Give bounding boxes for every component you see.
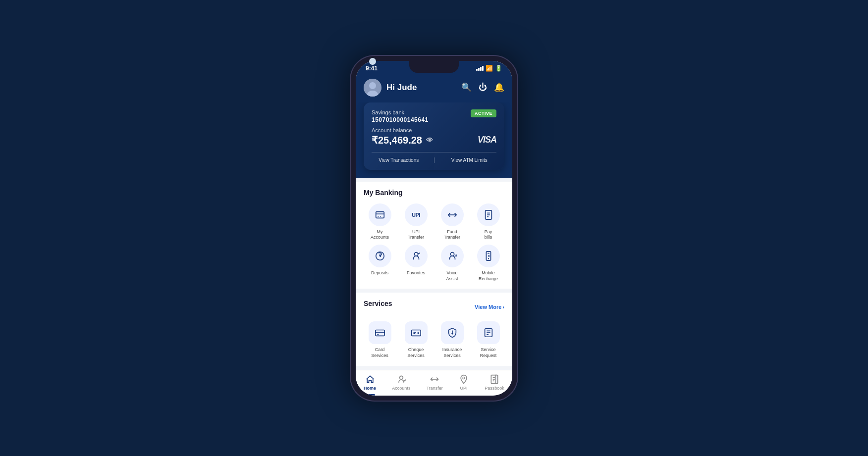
favorites-label: Favorites (407, 270, 425, 276)
chevron-right-icon: › (502, 304, 504, 310)
nav-home-label: Home (364, 386, 376, 391)
deposits-icon-wrap (369, 245, 391, 267)
banking-item-mobile[interactable]: MobileRecharge (472, 245, 504, 282)
card-services-label: CardServices (371, 347, 388, 358)
card-top: Savings bank 1507010000145641 ACTIVE (372, 109, 496, 123)
voice-icon-wrap (441, 245, 464, 267)
insurance-services-label: InsuranceServices (442, 347, 462, 358)
services-section: Services View More › (356, 293, 512, 365)
nav-upi-label: UPI (460, 386, 468, 391)
insurance-icon-wrap (441, 321, 464, 344)
upi-icon-wrap: UPI (405, 203, 428, 226)
nav-transfer-label: Transfer (427, 386, 443, 391)
card-actions: View Transactions View ATM Limits (372, 152, 496, 163)
bell-icon[interactable]: 🔔 (494, 82, 504, 93)
service-item-card[interactable]: CardServices (364, 321, 396, 358)
service-item-request[interactable]: ServiceRequest (472, 321, 504, 358)
banking-section: My Banking MyAccounts (356, 182, 512, 289)
visa-logo: VISA (478, 135, 496, 145)
banking-grid: MyAccounts UPI UPITransfer (364, 203, 504, 282)
view-more-button[interactable]: View More › (475, 304, 504, 310)
card-info: Savings bank 1507010000145641 (372, 109, 429, 123)
nav-active-indicator (365, 394, 375, 396)
service-item-insurance[interactable]: InsuranceServices (436, 321, 468, 358)
deposits-label: Deposits (371, 270, 388, 276)
nav-passbook-label: Passbook (485, 386, 504, 391)
nav-accounts-label: Accounts (392, 386, 410, 391)
balance-row: ₹25,469.28 👁 VISA (372, 134, 496, 146)
accounts-icon-wrap (369, 203, 391, 226)
service-request-label: ServiceRequest (480, 347, 497, 358)
svg-rect-21 (411, 330, 420, 336)
header-left: Hi Jude (364, 79, 417, 97)
svg-point-26 (452, 333, 453, 334)
account-number: 1507010000145641 (372, 116, 429, 123)
cheque-services-label: ChequeServices (407, 347, 425, 358)
banking-item-bills[interactable]: Paybills (472, 203, 504, 241)
active-badge: ACTIVE (471, 109, 496, 117)
nav-home[interactable]: Home (360, 374, 380, 391)
balance-amount: ₹25,469.28 👁 (372, 134, 433, 146)
upi-text-icon: UPI (412, 212, 420, 218)
banking-item-accounts[interactable]: MyAccounts (364, 203, 396, 241)
phone-screen: 9:41 📶 🔋 (356, 61, 512, 396)
nav-accounts[interactable]: Accounts (388, 374, 414, 391)
favorites-icon-wrap (405, 245, 428, 267)
card-services-icon-wrap (369, 321, 391, 344)
bills-icon-wrap (477, 203, 500, 226)
voice-label: VoiceAssist (446, 270, 458, 282)
bills-label: Paybills (485, 229, 492, 241)
service-request-icon-wrap (477, 321, 500, 344)
avatar[interactable] (364, 79, 381, 97)
card-divider (434, 157, 434, 163)
banking-item-deposits[interactable]: Deposits (364, 245, 396, 282)
bank-card[interactable]: Savings bank 1507010000145641 ACTIVE Acc… (364, 102, 504, 170)
view-transactions-link[interactable]: View Transactions (372, 157, 426, 163)
nav-passbook[interactable]: Passbook (481, 374, 508, 391)
services-grid: CardServices (364, 321, 504, 358)
accounts-label: MyAccounts (371, 229, 389, 241)
battery-icon: 🔋 (495, 65, 502, 72)
svg-rect-3 (376, 211, 384, 218)
header-icons: 🔍 ⏻ 🔔 (461, 82, 504, 93)
fund-label: FundTransfer (444, 229, 460, 241)
nav-upi[interactable]: UPI (455, 374, 473, 391)
mobile-icon-wrap (477, 245, 500, 267)
svg-point-33 (463, 377, 465, 379)
scroll-area[interactable]: Savings bank 1507010000145641 ACTIVE Acc… (356, 102, 512, 370)
wifi-icon: 📶 (486, 65, 493, 72)
signal-icon (476, 66, 484, 71)
svg-point-13 (414, 253, 418, 256)
service-item-cheque[interactable]: ChequeServices (400, 321, 432, 358)
mobile-label: MobileRecharge (479, 270, 498, 282)
cheque-icon-wrap (405, 321, 428, 344)
app-header: Hi Jude 🔍 ⏻ 🔔 (356, 74, 512, 102)
svg-point-31 (400, 376, 403, 379)
banking-item-fund[interactable]: FundTransfer (436, 203, 468, 241)
services-title: Services (364, 300, 392, 307)
card-section: Savings bank 1507010000145641 ACTIVE Acc… (356, 102, 512, 178)
search-icon[interactable]: 🔍 (461, 82, 472, 93)
hide-balance-icon[interactable]: 👁 (426, 136, 433, 144)
banking-item-upi[interactable]: UPI UPITransfer (400, 203, 432, 241)
services-header: Services View More › (364, 300, 504, 314)
phone-frame: 9:41 📶 🔋 (350, 55, 518, 402)
power-icon[interactable]: ⏻ (479, 83, 487, 93)
status-time: 9:41 (366, 65, 378, 72)
fund-icon-wrap (441, 203, 464, 226)
status-icons: 📶 🔋 (476, 65, 502, 72)
greeting-text: Hi Jude (386, 83, 417, 93)
bottom-nav: Home Accounts Transfer (356, 370, 512, 396)
svg-rect-38 (495, 375, 498, 383)
nav-transfer[interactable]: Transfer (423, 374, 447, 391)
balance-label: Account balance (372, 127, 496, 133)
svg-point-14 (450, 253, 454, 256)
view-atm-link[interactable]: View ATM Limits (442, 157, 497, 163)
banking-item-voice[interactable]: VoiceAssist (436, 245, 468, 282)
svg-rect-18 (375, 330, 384, 336)
svg-point-1 (369, 82, 376, 89)
notch (409, 61, 459, 73)
banking-item-favorites[interactable]: Favorites (400, 245, 432, 282)
bank-type: Savings bank (372, 109, 429, 115)
upi-label: UPITransfer (408, 229, 424, 241)
